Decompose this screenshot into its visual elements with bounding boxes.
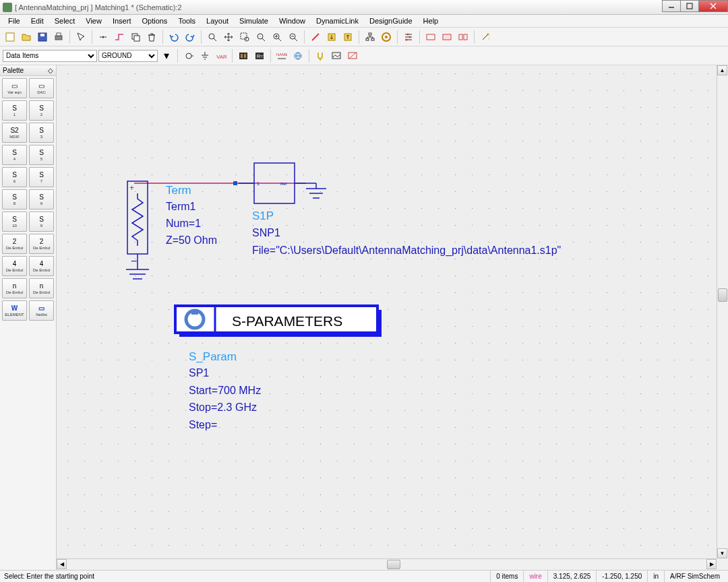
term-type[interactable]: Term bbox=[166, 184, 191, 197]
simulate-icon[interactable] bbox=[379, 30, 394, 44]
pin-marker[interactable] bbox=[233, 181, 237, 185]
tune-icon[interactable] bbox=[401, 30, 416, 44]
palette-item-19[interactable]: nDe Embd bbox=[29, 278, 54, 298]
wand-icon[interactable] bbox=[478, 30, 493, 44]
term-z[interactable]: Z=50 Ohm bbox=[166, 234, 217, 246]
sp-name[interactable]: SP1 bbox=[189, 367, 209, 379]
palette-item-11[interactable]: S9 bbox=[29, 189, 54, 209]
menu-help[interactable]: Help bbox=[418, 15, 444, 26]
palette-item-0[interactable]: ▭Var eqn bbox=[2, 78, 27, 98]
component-combo[interactable]: GROUND bbox=[98, 50, 158, 62]
palette-item-6[interactable]: S4 bbox=[2, 145, 27, 165]
library-icon[interactable] bbox=[236, 48, 251, 63]
palette-item-13[interactable]: S9 bbox=[29, 212, 54, 232]
scroll-up-icon[interactable]: ▲ bbox=[717, 65, 727, 75]
schematic-canvas[interactable]: + − Term Term1 Num=1 Z=50 Ohm 1 Ref bbox=[57, 65, 728, 570]
zoom-point-icon[interactable] bbox=[253, 30, 268, 44]
horizontal-scrollbar[interactable]: ◀ ▶ bbox=[57, 558, 717, 570]
scroll-left-icon[interactable]: ◀ bbox=[57, 559, 67, 569]
open-icon[interactable] bbox=[19, 30, 34, 44]
menu-select[interactable]: Select bbox=[49, 15, 81, 26]
push-icon[interactable] bbox=[324, 30, 339, 44]
red1-icon[interactable] bbox=[423, 30, 438, 44]
name-icon[interactable]: NAME bbox=[274, 48, 289, 63]
palette-item-21[interactable]: ▭Netlist bbox=[29, 300, 54, 321]
term-name[interactable]: Term1 bbox=[166, 201, 196, 212]
print-icon[interactable] bbox=[51, 30, 66, 44]
save-icon[interactable] bbox=[35, 30, 50, 44]
palette-item-8[interactable]: S6 bbox=[2, 167, 27, 187]
term-component[interactable]: + − bbox=[126, 181, 149, 279]
zoom-out-icon[interactable] bbox=[286, 30, 301, 44]
pan-icon[interactable] bbox=[221, 30, 236, 44]
menu-window[interactable]: Window bbox=[274, 15, 311, 26]
var-icon[interactable]: VAR bbox=[214, 48, 229, 63]
vertical-scrollbar[interactable]: ▲ ▼ bbox=[717, 65, 728, 558]
red2-icon[interactable] bbox=[439, 30, 454, 44]
red3-icon[interactable] bbox=[456, 30, 471, 44]
disable-sim-icon[interactable] bbox=[345, 48, 360, 63]
vscroll-thumb[interactable] bbox=[718, 288, 727, 302]
wire-icon[interactable] bbox=[112, 30, 127, 44]
zoom-in-icon[interactable] bbox=[270, 30, 284, 44]
palette-item-7[interactable]: S5 bbox=[29, 145, 54, 165]
palette-item-18[interactable]: nDe Embd bbox=[2, 278, 27, 298]
view-all-icon[interactable] bbox=[205, 30, 220, 44]
snp-name[interactable]: SNP1 bbox=[252, 227, 280, 238]
palette-item-14[interactable]: 2De Embd bbox=[2, 234, 27, 254]
hscroll-thumb[interactable] bbox=[387, 560, 400, 569]
scroll-down-icon[interactable]: ▼ bbox=[717, 548, 727, 558]
net-icon[interactable] bbox=[291, 48, 305, 63]
menu-file[interactable]: File bbox=[3, 15, 26, 26]
new-icon[interactable] bbox=[3, 30, 18, 44]
palette-item-12[interactable]: S10 bbox=[2, 212, 27, 232]
template-icon[interactable]: R=? bbox=[252, 48, 267, 63]
palette-item-4[interactable]: S2MDIF bbox=[2, 123, 27, 143]
pointer-icon[interactable] bbox=[73, 30, 88, 44]
menu-tools[interactable]: Tools bbox=[173, 15, 201, 26]
palette-item-16[interactable]: 4De Embd bbox=[2, 256, 27, 276]
term-num[interactable]: Num=1 bbox=[166, 218, 201, 229]
ground-icon[interactable] bbox=[198, 48, 212, 63]
menu-simulate[interactable]: Simulate bbox=[234, 15, 274, 26]
scroll-right-icon[interactable]: ▶ bbox=[706, 559, 717, 569]
sp-type[interactable]: S_Param bbox=[189, 350, 237, 363]
tuning-fork-icon[interactable] bbox=[313, 48, 328, 63]
palette-item-9[interactable]: S7 bbox=[29, 167, 54, 187]
sp-stop[interactable]: Stop=2.3 GHz bbox=[189, 401, 257, 413]
sparam-block[interactable]: S-PARAMETERS bbox=[175, 306, 382, 337]
menu-edit[interactable]: Edit bbox=[26, 15, 49, 26]
copy-icon[interactable] bbox=[128, 30, 143, 44]
palette-item-5[interactable]: S3 bbox=[29, 123, 54, 143]
menu-layout[interactable]: Layout bbox=[201, 15, 234, 26]
snp-file[interactable]: File="C:\Users\Default\AntennaMatching_p… bbox=[252, 245, 561, 257]
close-button[interactable] bbox=[698, 0, 728, 12]
palette-item-17[interactable]: 4De Embd bbox=[29, 256, 54, 276]
hierarchy-icon[interactable] bbox=[363, 30, 377, 44]
menu-designguide[interactable]: DesignGuide bbox=[364, 15, 418, 26]
sp-step[interactable]: Step= bbox=[189, 419, 217, 430]
display-icon[interactable] bbox=[329, 48, 344, 63]
menu-insert[interactable]: Insert bbox=[107, 15, 137, 26]
menu-options[interactable]: Options bbox=[136, 15, 173, 26]
end-command-icon[interactable] bbox=[96, 30, 111, 44]
palette-item-1[interactable]: ▭DAC bbox=[29, 78, 54, 98]
zoom-area-icon[interactable] bbox=[237, 30, 252, 44]
category-combo[interactable]: Data Items bbox=[3, 50, 97, 62]
palette-item-2[interactable]: S1 bbox=[2, 100, 27, 121]
palette-item-10[interactable]: S8 bbox=[2, 189, 27, 209]
menu-view[interactable]: View bbox=[80, 15, 107, 26]
palette-item-15[interactable]: 2De Embd bbox=[29, 234, 54, 254]
snp-type[interactable]: S1P bbox=[252, 209, 274, 222]
maximize-button[interactable] bbox=[680, 0, 699, 12]
history-icon[interactable]: ▾ bbox=[159, 48, 174, 63]
delete-icon[interactable] bbox=[144, 30, 159, 44]
port-icon[interactable] bbox=[181, 48, 196, 63]
sp-start[interactable]: Start=700 MHz bbox=[189, 385, 261, 396]
deactivate-icon[interactable] bbox=[308, 30, 323, 44]
menu-dynamiclink[interactable]: DynamicLink bbox=[311, 15, 364, 26]
redo-icon[interactable] bbox=[183, 30, 198, 44]
palette-item-3[interactable]: S2 bbox=[29, 100, 54, 121]
palette-item-20[interactable]: WELEMENT bbox=[2, 300, 27, 321]
minimize-button[interactable] bbox=[662, 0, 681, 12]
